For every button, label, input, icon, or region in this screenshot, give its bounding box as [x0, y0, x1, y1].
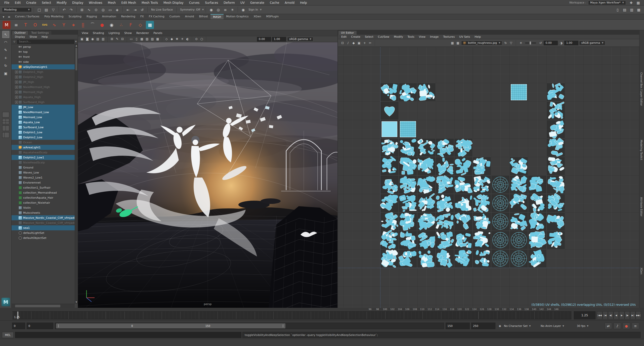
- 2d-pan-zoom-icon[interactable]: ⊞: [109, 36, 114, 41]
- expand-icon[interactable]: +: [15, 71, 18, 73]
- scroll-up-icon[interactable]: ▲: [75, 44, 78, 47]
- outliner-item-jm-low[interactable]: JM_Low: [12, 105, 75, 110]
- command-input-field[interactable]: [15, 332, 241, 338]
- snap-to-curve-icon[interactable]: ∿: [86, 7, 92, 13]
- step-back-key-button[interactable]: ◀|: [608, 311, 613, 319]
- render-icon[interactable]: ◉: [208, 7, 214, 13]
- uv-menu-cut-sew[interactable]: Cut/Sew: [376, 35, 392, 38]
- uv-gamma-field[interactable]: 1.00: [564, 41, 578, 45]
- outliner-item-ground[interactable]: Ground: [12, 165, 75, 170]
- outliner-item-dolphin1-high[interactable]: +Dolphin1_High: [12, 69, 75, 74]
- menu-generate[interactable]: Generate: [247, 0, 267, 6]
- current-frame-field[interactable]: 1.25: [574, 311, 595, 319]
- sign-in-button[interactable]: Sign In: [247, 8, 260, 11]
- layout-single-pane-button[interactable]: [2, 112, 9, 117]
- outliner-menu-display[interactable]: Display: [13, 35, 27, 38]
- camera-icon[interactable]: ◉: [108, 21, 116, 29]
- camera-lock-icon[interactable]: ◙: [85, 36, 90, 41]
- auto-key-icon[interactable]: ●: [623, 323, 630, 329]
- bifrost-board-icon[interactable]: ▦: [146, 21, 154, 29]
- dot-matrix-icon[interactable]: ⣿: [79, 21, 87, 29]
- tab-uv-editor[interactable]: UV Editor: [338, 31, 357, 35]
- uv-menu-help[interactable]: Help: [472, 35, 483, 38]
- wireframe-icon[interactable]: ◇: [164, 36, 169, 41]
- shelf-tab-bifrost[interactable]: Bifrost: [196, 14, 210, 19]
- uv-menu-view[interactable]: View: [417, 35, 428, 38]
- motion-graph-icon[interactable]: Y: [60, 21, 68, 29]
- outliner-item-side[interactable]: side: [12, 59, 75, 64]
- character-set-dropdown[interactable]: No Character Set ▼: [504, 323, 531, 329]
- uv-menu-tools[interactable]: Tools: [405, 35, 417, 38]
- outliner-item-dolphin2-high[interactable]: +Dolphin2_High: [12, 74, 75, 79]
- menu-arnold[interactable]: Arnold: [282, 0, 297, 6]
- menu-windows[interactable]: Windows: [86, 0, 105, 6]
- shelf-menu-icon[interactable]: ▾: [1, 14, 6, 19]
- menu-select[interactable]: Select: [39, 0, 54, 6]
- menu-mesh[interactable]: Mesh: [105, 0, 119, 6]
- outliner-item-aquata-high[interactable]: +Aquata_High: [12, 95, 75, 100]
- uv-vertex-selection-icon[interactable]: ⊡: [340, 40, 345, 46]
- outliner-item-collection-mermaidhead[interactable]: collection_Mermaidhead: [12, 190, 75, 195]
- menu-mesh-tools[interactable]: Mesh Tools: [139, 0, 161, 6]
- outliner-item-collection-nixiehair[interactable]: collection_Nixiehair: [12, 200, 75, 205]
- menu-cache[interactable]: Cache: [267, 0, 282, 6]
- menu-deform[interactable]: Deform: [221, 0, 238, 6]
- layout-two-pane-button[interactable]: [2, 125, 9, 131]
- animation-start-field[interactable]: 0: [12, 323, 25, 329]
- menu-help[interactable]: Help: [297, 0, 310, 6]
- checker-map-icon[interactable]: ▩: [455, 40, 460, 46]
- outliner-item-nixiemermaid-high[interactable]: +NixieMermaid_High: [12, 84, 75, 90]
- snap-to-projected-center-icon[interactable]: ◎: [100, 7, 106, 13]
- menu-file[interactable]: File: [2, 0, 12, 6]
- time-slider[interactable]: 1.25: [12, 311, 571, 319]
- animation-end-field[interactable]: 250: [471, 323, 495, 329]
- ep-curve-icon[interactable]: ⌒: [89, 21, 97, 29]
- shelf-tab-poly-modeling[interactable]: Poly Modeling: [42, 14, 66, 19]
- animation-preferences-icon[interactable]: ≡: [632, 323, 639, 329]
- menu-set-dropdown[interactable]: Modeling ▼: [2, 8, 32, 12]
- outliner-item-aiarealight1[interactable]: aiAreaLight1: [12, 145, 75, 150]
- shelf-tab-mash[interactable]: MASH: [210, 14, 224, 19]
- image-plane-icon[interactable]: ▥: [101, 36, 106, 41]
- menu-uv[interactable]: UV: [238, 0, 247, 6]
- outliner-item-muiscsheets[interactable]: Muiscsheets: [12, 210, 75, 215]
- audio-icon[interactable]: ♪: [614, 323, 621, 329]
- svg-tool-icon[interactable]: SVG: [41, 21, 49, 29]
- safe-title-icon[interactable]: ▩: [155, 36, 160, 41]
- outliner-item-waves2-low1[interactable]: Waves2_Low1: [12, 175, 75, 180]
- play-forward-button[interactable]: ▶: [619, 311, 624, 319]
- range-slider-track[interactable]: 0 150: [55, 323, 444, 329]
- uv-menu-uv-sets[interactable]: UV Sets: [457, 35, 472, 38]
- expand-icon[interactable]: +: [15, 101, 18, 104]
- uv-menu-edit[interactable]: Edit: [339, 35, 349, 38]
- play-backward-button[interactable]: ◀: [614, 311, 619, 319]
- outliner-search-input[interactable]: [17, 40, 74, 44]
- menu-surfaces[interactable]: Surfaces: [202, 0, 221, 6]
- menu-mesh-display[interactable]: Mesh Display: [161, 0, 186, 6]
- camera-attributes-icon[interactable]: ◉: [90, 36, 95, 41]
- outliner-item-waves-low[interactable]: Waves_Low: [12, 170, 75, 175]
- character-set-icon[interactable]: ◈: [497, 323, 502, 328]
- redo-icon[interactable]: ↷: [68, 7, 74, 13]
- xray-icon[interactable]: ○: [199, 36, 204, 41]
- viewport-menu-shading[interactable]: Shading: [91, 31, 106, 35]
- resolution-gate-icon[interactable]: ▯: [134, 36, 139, 41]
- save-scene-icon[interactable]: ▽: [50, 7, 57, 13]
- save-texture-icon[interactable]: ▽: [508, 40, 513, 46]
- uv-view-transform-dropdown[interactable]: sRGB gamma ▼: [579, 41, 605, 45]
- symmetry-dropdown[interactable]: Symmetry: Off: [179, 8, 202, 11]
- viewport-exposure-field[interactable]: 0.00: [257, 37, 271, 41]
- outliner-item-massive-nordic-coastal-cliff-vfmjadi[interactable]: Massive_Nordic_Coastal_Cliff_vfmjadi: [12, 215, 75, 220]
- outliner-item-jm-high[interactable]: +JM_High: [12, 79, 75, 84]
- outliner-item-dolphin2-low[interactable]: Dolphin2_Low: [12, 135, 75, 140]
- menu-curves[interactable]: Curves: [186, 0, 202, 6]
- grid-icon[interactable]: ⊟: [120, 36, 125, 41]
- outliner-item-defaultlightset[interactable]: defaultLightSet: [12, 230, 75, 235]
- shelf-tab-custom[interactable]: Custom: [167, 14, 183, 19]
- maya-mash-icon[interactable]: M: [3, 21, 11, 29]
- uv-menu-modify[interactable]: Modify: [392, 35, 405, 38]
- make-live-icon[interactable]: ◈: [114, 7, 120, 13]
- outliner-item-collectionaquata-hair[interactable]: collectionAquata_Hair: [12, 195, 75, 200]
- output-connections-icon[interactable]: ⇥: [132, 7, 138, 13]
- workspace-three-pane-icon[interactable]: ▥: [628, 7, 635, 13]
